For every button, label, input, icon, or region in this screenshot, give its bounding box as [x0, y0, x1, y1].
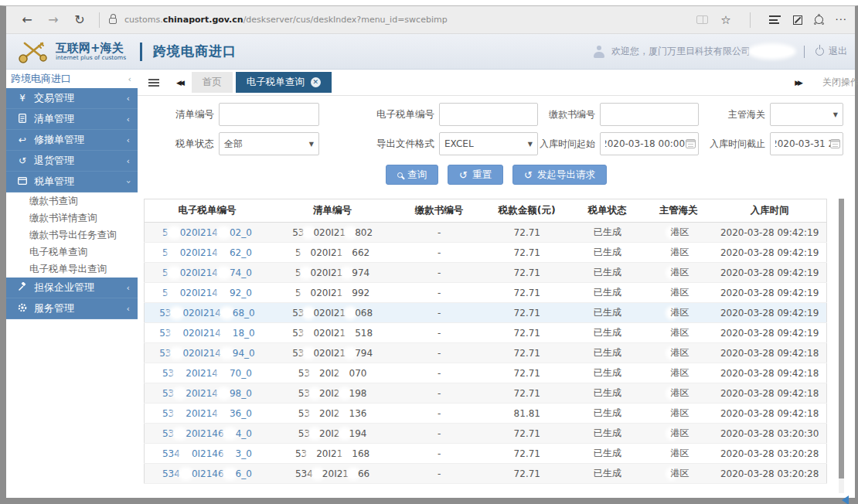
calendar-icon[interactable] — [686, 139, 696, 148]
amount-cell: 72.71 — [483, 283, 571, 303]
etax-no-cell[interactable]: 53020I21468_0 — [145, 303, 270, 323]
redaction-blur — [342, 268, 352, 278]
export-format-select[interactable]: EXCEL▼ — [439, 132, 538, 155]
caret-down-icon: ▼ — [833, 111, 838, 118]
list-no-cell: 5320I2194 — [270, 424, 395, 444]
table-row[interactable]: 5020I21462_05020I21662-72.71已生成港区2020-03… — [145, 243, 827, 263]
etax-no-cell[interactable]: 5340I21466_0 — [145, 464, 270, 484]
menu-icon[interactable] — [148, 79, 159, 87]
etax-no-cell[interactable]: 5020I21402_0 — [145, 223, 270, 243]
export-request-button[interactable]: ↺发起导出请求 — [512, 165, 607, 185]
table-row[interactable]: 5320I21464_05320I2194-72.71已生成港区2020-03-… — [145, 424, 827, 444]
table-row[interactable]: 5340I21463_05320I21168-72.71已生成港区2020-03… — [145, 444, 827, 464]
table-row[interactable]: 5320I21470_05320I2070-72.71已生成港区2020-03-… — [145, 363, 827, 383]
etax-no-cell[interactable]: 5320I21498_0 — [145, 383, 270, 404]
list-no-cell: 5320I2070 — [270, 363, 395, 383]
redaction-blur — [342, 288, 352, 298]
payment-no-input[interactable] — [600, 103, 699, 126]
table-row[interactable]: 5020I21474_05020I21974-72.71已生成港区2020-03… — [145, 263, 827, 283]
sidebar-header[interactable]: 跨境电商进口 ‹ — [6, 70, 138, 88]
reset-button[interactable]: ↺重置 — [448, 165, 503, 185]
web-note-icon[interactable] — [793, 15, 802, 25]
etax-no-cell[interactable]: 5340I21463_0 — [145, 444, 270, 464]
sidebar-subitem-payment-query[interactable]: 缴款书查询 — [6, 192, 138, 209]
reading-view-icon[interactable] — [696, 15, 708, 24]
sidebar-subitem-etax-query[interactable]: 电子税单查询 — [6, 243, 138, 261]
redaction-blur — [169, 288, 180, 298]
calendar-icon[interactable] — [830, 139, 840, 148]
redaction-blur — [218, 389, 230, 398]
tab-home[interactable]: 首页 — [192, 72, 233, 93]
time-end-input[interactable]: 2020-03-31 23:59:59 — [770, 132, 843, 155]
search-button[interactable]: 查询 — [386, 165, 438, 185]
hub-icon[interactable] — [769, 15, 781, 24]
tab-etax-query[interactable]: 电子税单查询 ✕ — [236, 72, 332, 93]
table-row[interactable]: 53020I21494_053020I21794-72.71已生成港区2020-… — [145, 343, 827, 363]
sidebar-item-tax-forms[interactable]: 税单管理 › — [6, 172, 138, 192]
page-title: 跨境电商进口 — [153, 43, 237, 60]
refresh-icon[interactable]: ↻ — [66, 12, 93, 27]
favorites-star-icon[interactable]: ☆ — [720, 13, 730, 27]
share-icon[interactable] — [815, 15, 823, 24]
power-icon[interactable] — [815, 47, 824, 56]
table-row[interactable]: 5020I21492_05020I21992-72.71已生成港区2020-03… — [145, 283, 827, 303]
list-no-input[interactable] — [219, 103, 319, 126]
etax-no-cell[interactable]: 5320I21470_0 — [145, 363, 270, 383]
scrollbar-thumb[interactable] — [839, 199, 844, 478]
table-scrollbar[interactable] — [839, 199, 844, 493]
time-cell: 2020-03-28 09:42:19 — [713, 243, 826, 263]
time-start-input[interactable]: 2020-03-18 00:00:00 — [600, 132, 699, 155]
etax-no-cell[interactable]: 5020I21492_0 — [145, 283, 270, 303]
etax-no-cell[interactable]: 5020I21462_0 — [145, 243, 270, 263]
time-cell: 2020-03-28 09:42:19 — [713, 303, 826, 323]
table-row[interactable]: 53020I21468_053020I21068-72.71已生成港区2020-… — [145, 303, 827, 323]
export-icon: ↺ — [524, 170, 533, 180]
table-row[interactable]: 5340I21466_053420I2166-72.71已生成港区2020-03… — [145, 464, 827, 484]
sidebar-subitem-payment-details[interactable]: 缴款书详情查询 — [6, 209, 138, 226]
redaction-blur — [340, 409, 349, 418]
status-cell: 已生成 — [571, 343, 644, 363]
customs-select[interactable]: ▼ — [770, 103, 843, 126]
status-select[interactable]: 全部▼ — [219, 132, 319, 155]
redaction-blur — [310, 429, 319, 438]
etax-no-cell[interactable]: 53020I21418_0 — [145, 323, 270, 343]
corner-arrow-icon[interactable] — [842, 495, 849, 504]
sidebar-subitem-etax-export-query[interactable]: 电子税单导出查询 — [6, 261, 138, 278]
sidebar-item-transactions[interactable]: ¥ 交易管理 ‹ — [6, 88, 138, 109]
customs-logo-icon — [17, 39, 49, 65]
address-bar[interactable]: customs.chinaport.gov.cn/deskserver/cus/… — [124, 15, 689, 25]
scroll-tabs-left-icon[interactable]: ◀◀ — [176, 79, 182, 87]
etax-no-cell[interactable]: 5020I21474_0 — [145, 263, 270, 283]
etax-no-cell[interactable]: 53020I21494_0 — [145, 343, 270, 363]
document-icon — [15, 114, 29, 125]
redaction-blur — [174, 369, 186, 378]
redaction-blur — [304, 308, 313, 318]
scroll-tabs-right-icon[interactable]: ▶▶ — [795, 79, 801, 87]
close-operations-button[interactable]: 关闭操作 — [822, 76, 858, 89]
sidebar-item-amendments[interactable]: ↩ 修撤单管理 ‹ — [6, 130, 138, 151]
sidebar-item-returns[interactable]: ↺ 退货管理 ‹ — [6, 151, 138, 172]
table-row[interactable]: 5320I21436_05320I2136-81.81已生成港区2020-03-… — [145, 404, 827, 424]
field-label: 清单编号 — [138, 108, 219, 121]
etax-no-cell[interactable]: 5320I21436_0 — [145, 404, 270, 424]
field-label: 导出文件格式 — [319, 138, 439, 151]
sidebar-subitem-payment-export-tasks[interactable]: 缴款书导出任务查询 — [6, 226, 138, 243]
collapse-icon[interactable]: ‹ — [128, 74, 131, 84]
more-menu-icon[interactable]: ··· — [836, 14, 847, 26]
logout-button[interactable]: 退出 — [829, 45, 847, 58]
back-icon[interactable]: ← — [14, 12, 40, 27]
redaction-blur — [304, 228, 313, 237]
table-row[interactable]: 53020I21418_053020I21518-72.71已生成港区2020-… — [145, 323, 827, 343]
etax-no-cell[interactable]: 5320I21464_0 — [145, 424, 270, 444]
field-label: 入库时间起始 — [538, 138, 600, 151]
sidebar-item-lists[interactable]: 清单管理 ‹ — [6, 109, 138, 130]
etax-no-input[interactable] — [439, 103, 538, 126]
redaction-blur — [218, 409, 230, 418]
sidebar-item-services[interactable]: 服务管理 ‹ — [6, 298, 138, 319]
redaction-blur — [668, 449, 675, 458]
close-icon[interactable]: ✕ — [311, 77, 321, 87]
forward-icon[interactable]: → — [40, 12, 66, 27]
table-row[interactable]: 5320I21498_05320I2198-72.71已生成港区2020-03-… — [145, 383, 827, 404]
table-row[interactable]: 5020I21402_053020I21802-72.71已生成港区2020-0… — [145, 223, 827, 243]
sidebar-item-guarantee[interactable]: 担保企业管理 ‹ — [6, 278, 138, 298]
